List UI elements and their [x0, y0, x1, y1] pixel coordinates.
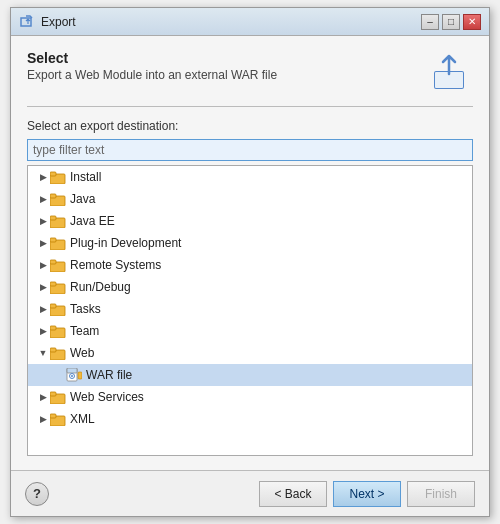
svg-rect-18	[50, 326, 56, 330]
maximize-button[interactable]: □	[442, 14, 460, 30]
folder-icon	[50, 324, 66, 338]
section-divider	[27, 106, 473, 107]
next-button[interactable]: Next >	[333, 481, 401, 507]
tree-label-run-debug: Run/Debug	[70, 280, 131, 294]
tree-item-team[interactable]: ▶ Team	[28, 320, 472, 342]
help-button[interactable]: ?	[25, 482, 49, 506]
folder-icon	[50, 170, 66, 184]
title-controls: – □ ✕	[421, 14, 481, 30]
export-window: Export – □ ✕ Select Export a Web Module …	[10, 7, 490, 517]
section-subtitle: Export a Web Module into an external WAR…	[27, 68, 277, 82]
section-header: Select Export a Web Module into an exter…	[27, 50, 473, 94]
svg-point-24	[71, 375, 73, 377]
window-title: Export	[41, 15, 76, 29]
svg-rect-25	[78, 372, 82, 379]
tree-toggle-remote-systems: ▶	[36, 258, 50, 272]
svg-rect-16	[50, 304, 56, 308]
svg-rect-6	[50, 194, 56, 198]
folder-icon	[50, 412, 66, 426]
tree-toggle-run-debug: ▶	[36, 280, 50, 294]
tree-item-web-services[interactable]: ▶ Web Services	[28, 386, 472, 408]
tree-toggle-tasks: ▶	[36, 302, 50, 316]
folder-icon	[50, 390, 66, 404]
tree-toggle-web-services: ▶	[36, 390, 50, 404]
folder-icon	[50, 192, 66, 206]
footer: ? < Back Next > Finish	[11, 470, 489, 516]
tree-label-tasks: Tasks	[70, 302, 101, 316]
file-icon	[66, 368, 82, 382]
export-icon	[429, 50, 473, 94]
svg-rect-27	[50, 392, 56, 396]
tree-toggle-team: ▶	[36, 324, 50, 338]
tree-item-run-debug[interactable]: ▶ Run/Debug	[28, 276, 472, 298]
tree-label-web-services: Web Services	[70, 390, 144, 404]
title-bar-left: Export	[19, 14, 76, 30]
footer-buttons: < Back Next > Finish	[259, 481, 475, 507]
folder-icon	[50, 258, 66, 272]
tree-toggle-java: ▶	[36, 192, 50, 206]
tree-item-remote-systems[interactable]: ▶ Remote Systems	[28, 254, 472, 276]
finish-button[interactable]: Finish	[407, 481, 475, 507]
tree-toggle-war-file	[52, 368, 66, 382]
tree-item-plugin-dev[interactable]: ▶ Plug-in Development	[28, 232, 472, 254]
svg-rect-12	[50, 260, 56, 264]
tree-label-java-ee: Java EE	[70, 214, 115, 228]
folder-icon	[50, 236, 66, 250]
tree-item-xml[interactable]: ▶ XML	[28, 408, 472, 430]
tree-item-war-file[interactable]: WAR file	[28, 364, 472, 386]
svg-rect-29	[50, 414, 56, 418]
tree-toggle-web: ▼	[36, 346, 50, 360]
tree-item-web[interactable]: ▼ Web	[28, 342, 472, 364]
tree-toggle-install: ▶	[36, 170, 50, 184]
section-title: Select	[27, 50, 277, 66]
tree-label-war-file: WAR file	[86, 368, 132, 382]
export-graphic	[431, 52, 471, 92]
svg-rect-22	[67, 368, 77, 373]
tree-toggle-java-ee: ▶	[36, 214, 50, 228]
svg-rect-4	[50, 172, 56, 176]
back-button[interactable]: < Back	[259, 481, 327, 507]
tree-label-remote-systems: Remote Systems	[70, 258, 161, 272]
tree-toggle-plugin-dev: ▶	[36, 236, 50, 250]
destination-label: Select an export destination:	[27, 119, 473, 133]
minimize-button[interactable]: –	[421, 14, 439, 30]
tree-container[interactable]: ▶ Install▶ Java▶ Java EE▶ Plug-in Develo…	[27, 165, 473, 456]
tree-label-install: Install	[70, 170, 101, 184]
folder-icon	[50, 302, 66, 316]
tree-item-tasks[interactable]: ▶ Tasks	[28, 298, 472, 320]
title-bar: Export – □ ✕	[11, 8, 489, 36]
svg-rect-20	[50, 348, 56, 352]
section-header-text: Select Export a Web Module into an exter…	[27, 50, 277, 82]
filter-input[interactable]	[27, 139, 473, 161]
svg-rect-14	[50, 282, 56, 286]
tree-label-java: Java	[70, 192, 95, 206]
folder-icon	[50, 280, 66, 294]
tree-toggle-xml: ▶	[36, 412, 50, 426]
svg-rect-0	[21, 18, 31, 26]
svg-rect-10	[50, 238, 56, 242]
tree-item-java[interactable]: ▶ Java	[28, 188, 472, 210]
folder-icon	[50, 346, 66, 360]
dialog-content: Select Export a Web Module into an exter…	[11, 36, 489, 470]
tree-label-web: Web	[70, 346, 94, 360]
tree-label-team: Team	[70, 324, 99, 338]
tree-label-xml: XML	[70, 412, 95, 426]
close-button[interactable]: ✕	[463, 14, 481, 30]
tree-label-plugin-dev: Plug-in Development	[70, 236, 181, 250]
tree-item-java-ee[interactable]: ▶ Java EE	[28, 210, 472, 232]
tree-item-install[interactable]: ▶ Install	[28, 166, 472, 188]
svg-rect-8	[50, 216, 56, 220]
folder-icon	[50, 214, 66, 228]
window-icon	[19, 14, 35, 30]
